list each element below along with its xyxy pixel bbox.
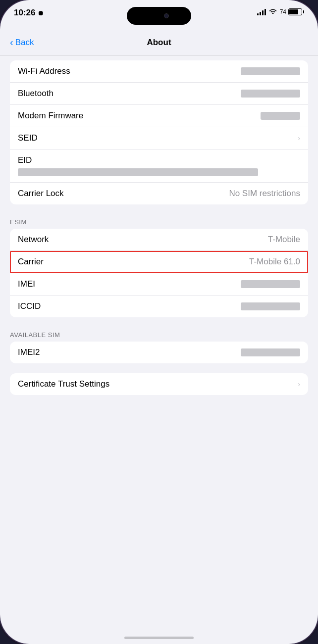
time-label: 10:26 [14,8,35,18]
imei-row: IMEI [10,273,308,296]
network-row: Network T-Mobile [10,229,308,251]
seid-row[interactable]: SEID › [10,127,308,149]
signal-bar-4 [265,9,266,15]
wifi-address-row: Wi-Fi Address [10,60,308,83]
signal-bar-2 [260,12,261,15]
signal-strength-icon [257,8,266,15]
eid-label: EID [18,155,300,165]
battery-fill [289,9,298,14]
carrier-lock-value: No SIM restrictions [229,189,300,198]
bluetooth-row: Bluetooth [10,83,308,105]
main-section: Wi-Fi Address Bluetooth Modem Firmware [0,60,318,204]
modem-firmware-value [261,112,300,120]
esim-section: ESIM Network T-Mobile Carrier T-Mobile 6… [0,214,318,317]
home-indicator[interactable] [124,637,194,639]
carrier-lock-row: Carrier Lock No SIM restrictions [10,183,308,204]
recording-indicator: ⏺ [38,9,44,17]
network-label: Network [18,235,49,245]
phone-frame: 10:26 ⏺ [0,0,318,644]
available-sim-group: IMEI2 [10,342,308,363]
iccid-row: ICCID [10,296,308,317]
iccid-value [241,302,300,310]
back-label: Back [15,38,34,48]
cert-trust-chevron-icon: › [298,380,300,388]
carrier-label: Carrier [18,257,44,267]
carrier-row: Carrier T-Mobile 61.0 [10,251,308,273]
bluetooth-value [241,90,300,98]
dynamic-island [127,7,191,25]
bluetooth-label: Bluetooth [18,89,53,99]
available-sim-section: AVAILABLE SIM IMEI2 [0,327,318,363]
back-button[interactable]: ‹ Back [10,37,34,48]
eid-row: EID [10,149,308,183]
battery-percentage: 74 [280,8,286,15]
main-settings-group: Wi-Fi Address Bluetooth Modem Firmware [10,60,308,204]
modem-firmware-label: Modem Firmware [18,111,83,121]
cert-trust-label: Certificate Trust Settings [18,379,109,389]
battery-tip [303,10,304,13]
cert-settings-group: Certificate Trust Settings › [10,373,308,395]
camera-dot [164,13,169,18]
status-icons: 74 [257,8,304,15]
eid-value [18,168,258,176]
imei-label: IMEI [18,279,35,289]
battery-body [288,8,302,15]
wifi-icon [269,8,277,15]
battery-icon: 74 [280,8,304,15]
seid-chevron-icon: › [298,134,300,142]
cert-trust-row[interactable]: Certificate Trust Settings › [10,373,308,395]
iccid-label: ICCID [18,301,41,311]
phone-screen: 10:26 ⏺ [0,0,318,644]
cert-section: Certificate Trust Settings › [0,373,318,395]
esim-settings-group: Network T-Mobile Carrier T-Mobile 61.0 I… [10,229,308,317]
wifi-address-label: Wi-Fi Address [18,66,70,76]
modem-firmware-row: Modem Firmware [10,105,308,127]
page-title: About [147,38,171,48]
network-value: T-Mobile [268,235,300,245]
carrier-value: T-Mobile 61.0 [249,257,300,267]
imei2-row: IMEI2 [10,342,308,363]
imei2-value [241,348,300,356]
back-chevron-icon: ‹ [10,37,13,48]
imei2-label: IMEI2 [18,347,40,357]
wifi-address-value [241,67,300,75]
signal-bar-3 [262,10,264,15]
carrier-lock-label: Carrier Lock [18,189,64,198]
signal-bar-1 [257,13,259,15]
status-time: 10:26 ⏺ [14,8,44,18]
esim-section-header: ESIM [0,214,318,229]
seid-label: SEID [18,133,38,143]
imei-value [241,280,300,288]
nav-bar: ‹ Back About [0,30,318,55]
content-area[interactable]: Wi-Fi Address Bluetooth Modem Firmware [0,55,318,644]
available-sim-header: AVAILABLE SIM [0,327,318,342]
